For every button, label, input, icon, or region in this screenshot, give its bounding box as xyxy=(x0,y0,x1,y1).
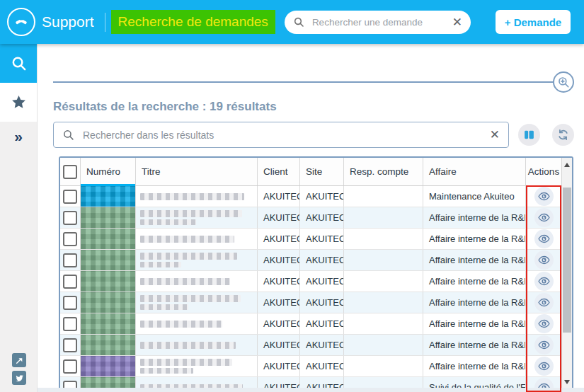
table-row: AKUITEOAKUITEOSuivi de la qualité de l'E… xyxy=(60,377,561,388)
view-button[interactable] xyxy=(534,208,554,227)
view-button[interactable] xyxy=(534,314,554,333)
actions-cell xyxy=(526,207,561,228)
row-select-cell xyxy=(60,356,81,376)
share-arrow-icon[interactable] xyxy=(12,353,26,367)
column-header-affaire[interactable]: Affaire xyxy=(423,158,526,185)
client-cell: AKUITEO xyxy=(258,377,300,388)
view-button[interactable] xyxy=(534,335,554,354)
numero-cell xyxy=(81,250,136,270)
resp-compte-cell xyxy=(344,250,423,270)
numero-cell xyxy=(81,186,136,207)
view-button[interactable] xyxy=(534,229,554,248)
client-cell: AKUITEO xyxy=(258,313,300,334)
row-select-cell xyxy=(60,335,81,355)
main-content: Résultats de la recherche : 19 résultats… xyxy=(38,44,584,392)
row-checkbox[interactable] xyxy=(63,296,77,310)
vertical-scroll-thumb[interactable] xyxy=(563,188,571,333)
row-checkbox[interactable] xyxy=(63,190,77,204)
affaire-cell: Affaire interne de la R&D xyxy=(423,313,526,334)
eye-icon xyxy=(538,339,550,351)
view-button[interactable] xyxy=(534,357,554,376)
titre-redacted-value xyxy=(140,278,230,285)
search-icon xyxy=(293,16,304,28)
results-heading: Résultats de la recherche : 19 résultats xyxy=(53,100,574,114)
table-row: AKUITEOAKUITEOAffaire interne de la R&D xyxy=(60,292,561,313)
clear-filter-icon[interactable]: ✕ xyxy=(490,129,500,141)
column-header-numero[interactable]: Numéro xyxy=(81,158,136,185)
affaire-cell: Suivi de la qualité de l'ERP xyxy=(423,377,526,388)
affaire-cell: Affaire interne de la R&D xyxy=(423,356,526,376)
client-cell: AKUITEO xyxy=(258,229,300,249)
resp-compte-cell xyxy=(344,271,423,292)
sidebar-item-favorites[interactable] xyxy=(0,83,37,122)
column-header-titre[interactable]: Titre xyxy=(136,158,258,185)
eye-icon xyxy=(538,254,550,266)
numero-redacted-value xyxy=(81,250,135,270)
global-search-box[interactable]: ✕ xyxy=(285,11,471,34)
eye-icon xyxy=(538,212,550,224)
titre-redacted-value xyxy=(140,253,237,260)
sidebar-expand-button[interactable]: » xyxy=(0,122,37,151)
page-title: Recherche de demandes xyxy=(111,10,275,34)
numero-redacted-value xyxy=(81,207,135,228)
handshake-logo-icon[interactable] xyxy=(7,8,35,36)
site-cell: AKUITEO xyxy=(300,229,344,249)
column-header-resp-compte[interactable]: Resp. compte xyxy=(344,158,423,185)
global-search-input[interactable] xyxy=(311,16,452,28)
row-checkbox[interactable] xyxy=(63,359,77,374)
sidebar-item-search[interactable] xyxy=(0,44,37,83)
table-header-row: Numéro Titre Client Site Resp. compte Af… xyxy=(60,158,561,186)
affaire-cell: Affaire interne de la R&D xyxy=(423,207,526,228)
table-row: AKUITEOAKUITEOAffaire interne de la R&D xyxy=(60,229,561,250)
site-cell: AKUITEO xyxy=(300,250,344,270)
view-button[interactable] xyxy=(534,187,554,206)
numero-redacted-value xyxy=(81,335,135,355)
column-header-site[interactable]: Site xyxy=(300,158,344,185)
row-checkbox[interactable] xyxy=(63,317,77,331)
column-header-client[interactable]: Client xyxy=(258,158,300,185)
titre-redacted-value xyxy=(140,304,188,310)
numero-cell xyxy=(81,207,136,228)
row-select-cell xyxy=(60,229,81,249)
search-icon xyxy=(62,129,74,141)
affaire-cell: Affaire interne de la R&D xyxy=(423,250,526,270)
columns-settings-button[interactable] xyxy=(518,124,540,146)
row-checkbox[interactable] xyxy=(63,253,77,267)
vertical-scrollbar[interactable] xyxy=(561,158,572,388)
row-checkbox[interactable] xyxy=(63,232,77,246)
select-all-checkbox[interactable] xyxy=(63,165,77,179)
view-button[interactable] xyxy=(534,250,554,270)
client-cell: AKUITEO xyxy=(258,207,300,228)
columns-icon xyxy=(523,129,535,141)
view-button[interactable] xyxy=(534,293,554,312)
row-checkbox[interactable] xyxy=(63,211,77,225)
view-button[interactable] xyxy=(534,272,554,291)
row-checkbox[interactable] xyxy=(63,275,77,289)
new-request-button[interactable]: + Demande xyxy=(496,10,571,34)
refresh-button[interactable] xyxy=(552,124,574,146)
affaire-cell: Affaire interne de la R&D xyxy=(423,271,526,292)
bottom-strip xyxy=(38,388,584,392)
section-divider xyxy=(53,71,574,93)
actions-cell xyxy=(526,271,561,292)
table-row: AKUITEOAKUITEOAffaire interne de la R&D xyxy=(60,335,561,356)
titre-cell xyxy=(136,292,258,313)
row-select-cell xyxy=(60,186,81,207)
refresh-icon xyxy=(557,129,569,141)
titre-redacted-value xyxy=(140,295,241,302)
results-toolbar: ✕ xyxy=(53,122,574,148)
results-filter-box[interactable]: ✕ xyxy=(53,122,509,148)
numero-cell xyxy=(81,313,136,334)
twitter-icon[interactable] xyxy=(12,371,26,385)
app-title: Support xyxy=(42,13,94,30)
table-row: AKUITEOAKUITEOAffaire interne de la R&D xyxy=(60,271,561,292)
scroll-up-button[interactable] xyxy=(562,159,572,170)
numero-cell xyxy=(81,335,136,355)
affaire-cell: Affaire interne de la R&D xyxy=(423,229,526,249)
row-checkbox[interactable] xyxy=(63,338,77,352)
view-button[interactable] xyxy=(534,378,554,388)
zoom-in-icon[interactable] xyxy=(553,71,574,93)
scroll-down-button[interactable] xyxy=(562,376,572,387)
results-filter-input[interactable] xyxy=(81,129,490,142)
clear-search-icon[interactable]: ✕ xyxy=(452,16,462,28)
